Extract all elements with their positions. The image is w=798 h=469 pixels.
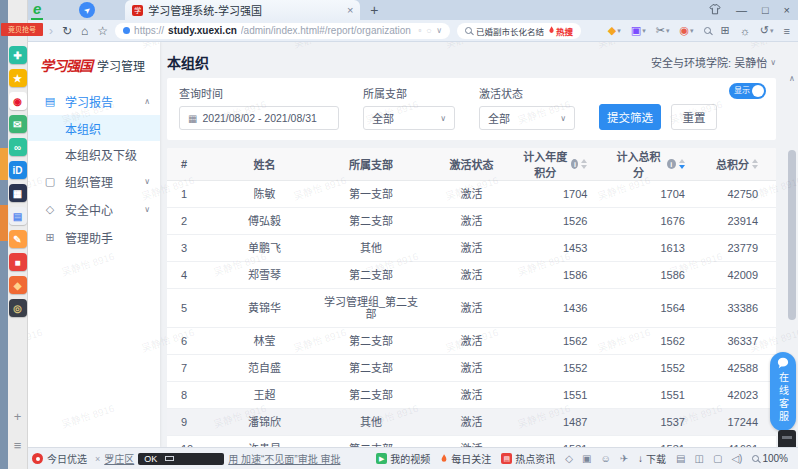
download-label: 下载	[646, 451, 666, 466]
scrollbar-thumb[interactable]	[788, 150, 796, 320]
notes-app-icon[interactable]: ▤	[9, 207, 27, 225]
hot-news-button[interactable]: ▤ 热点资讯	[501, 451, 555, 466]
favorites-star-icon[interactable]: ★	[9, 69, 27, 87]
sticker-icon[interactable]: ☺	[600, 453, 610, 464]
sidebar-item-org-and-sub[interactable]: 本组织及下级	[28, 141, 160, 167]
news-ticker[interactable]: × 罗庄区 OK 用 加速“不见面”审批 审批	[95, 451, 340, 466]
table-cell: 10	[167, 436, 216, 448]
sort-carets-icon[interactable]	[581, 159, 587, 169]
popup-window-icon[interactable]: ▢	[713, 453, 722, 464]
menu-icon[interactable]: ≡	[784, 25, 790, 37]
shield-icon[interactable]: ◇	[565, 453, 573, 464]
refresh-icon[interactable]: ↻	[62, 25, 72, 37]
column-header[interactable]: 计入总积分i	[605, 148, 702, 181]
bookmark-star-icon[interactable]: ☆	[97, 25, 108, 37]
today-pick-label: 今日优选	[47, 451, 87, 466]
dock-list-icon[interactable]: ≡	[14, 438, 22, 453]
browser-search-box[interactable]: 已婚副市长化名结婚 热搜	[457, 23, 581, 39]
submit-filter-button[interactable]: 提交筛选	[599, 104, 661, 130]
sidebar-item-this-org[interactable]: 本组织	[28, 115, 160, 141]
reader-app-icon[interactable]: ■	[9, 253, 27, 271]
search-icon	[465, 27, 472, 34]
extensions-icon[interactable]: ▣▾	[631, 24, 646, 37]
reader-mode-icon[interactable]: ▫	[419, 26, 422, 35]
display-toggle[interactable]: 显示	[729, 83, 766, 99]
search-page-icon[interactable]	[704, 27, 711, 34]
sidebar-item-study-report[interactable]: ▤ 学习报告 ∧	[28, 87, 160, 115]
url-dropdown-icon[interactable]: ∨	[436, 26, 442, 35]
ticker-prefix[interactable]: 罗庄区	[104, 451, 134, 466]
ticker-suffix[interactable]: 用 加速“不见面”审批 审批	[228, 451, 340, 466]
site-info-icon[interactable]	[123, 27, 130, 34]
screenshot-scissors-icon[interactable]: ✂▾	[656, 24, 670, 37]
info-icon[interactable]: i	[571, 159, 578, 169]
overlay-widget[interactable]	[778, 430, 796, 447]
health-app-icon[interactable]: ✚	[9, 46, 27, 64]
home-icon[interactable]: ⌂	[81, 25, 88, 37]
ok-overlay[interactable]: OK	[138, 453, 224, 465]
dismiss-icon[interactable]: ×	[95, 454, 100, 464]
hot-search-tag[interactable]: 热搜	[548, 25, 573, 37]
speaker-icon[interactable]: ◁)	[731, 453, 742, 464]
tab-close-icon[interactable]: ×	[347, 4, 353, 16]
boost-icon[interactable]: ✈	[620, 453, 628, 464]
docs-app-icon[interactable]: ✎	[9, 230, 27, 248]
dock-add-icon[interactable]: +	[14, 409, 22, 424]
zoom-control[interactable]: 100%	[752, 453, 788, 464]
mail-icon[interactable]: ✉	[9, 115, 27, 133]
my-videos-label: 我的视频	[390, 451, 430, 466]
online-service-button[interactable]: 在线客服	[770, 352, 796, 431]
shooter-game-app-icon[interactable]: ◎	[9, 299, 27, 317]
activation-select[interactable]: 全部 ∨	[479, 106, 575, 130]
my-videos-button[interactable]: ▶ 我的视频	[376, 451, 430, 466]
table-row: 1陈敏第一支部激活1704170442750	[167, 181, 776, 208]
column-header[interactable]: 总积分	[703, 148, 776, 181]
url-bar[interactable]: https://study.xuexi.cn/admin/index.html#…	[115, 23, 450, 39]
table-cell: 1551	[605, 382, 702, 409]
daily-follow-button[interactable]: 每日关注	[440, 451, 491, 466]
today-pick-link[interactable]: 今日优选	[32, 451, 87, 466]
column-header[interactable]: 计入年度积分i	[514, 148, 605, 181]
branch-select[interactable]: 全部 ∨	[363, 106, 455, 130]
history-undo-icon[interactable]: ↺▾	[760, 24, 774, 37]
apps-grid-icon[interactable]: ⊞	[721, 24, 730, 37]
minimize-button[interactable]: —	[736, 5, 747, 16]
browser-logo-icon[interactable]: e	[31, 0, 43, 20]
table-cell: 激活	[429, 355, 514, 382]
cloud-app-icon[interactable]: ∞	[9, 138, 27, 156]
scroll-up-icon[interactable]: ∧	[786, 74, 798, 83]
site-app-icon[interactable]: ◌	[426, 26, 431, 35]
window-controls: — □ ×	[709, 4, 790, 17]
table-cell: 41691	[703, 436, 776, 448]
sort-carets-icon[interactable]	[752, 159, 758, 169]
sidebar-item-admin-assistant[interactable]: ⊞ 管理助手	[28, 223, 160, 251]
printer-icon[interactable]: ▤	[676, 453, 685, 464]
url-domain: study.xuexi.cn	[168, 25, 237, 36]
sidebar-item-security-center[interactable]: ◇ 安全中心 ∨	[28, 195, 160, 223]
reset-button[interactable]: 重置	[671, 104, 717, 130]
game-app-icon[interactable]: ◆	[9, 276, 27, 294]
sort-carets-icon[interactable]	[679, 159, 685, 169]
gamepad-icon[interactable]: ◉▾	[679, 24, 693, 37]
download-button[interactable]: ↓ 下载	[638, 451, 666, 466]
id-app-icon[interactable]: iD	[9, 161, 27, 179]
table-cell: 1586	[605, 262, 702, 289]
security-shield-icon[interactable]: ◆▾	[608, 24, 621, 37]
promo-badge[interactable]: 竞贝抢号	[1, 23, 43, 36]
grid-app-icon[interactable]: ▦	[9, 184, 27, 202]
maximize-button[interactable]: □	[762, 5, 769, 16]
browser-skin-icon[interactable]	[709, 4, 721, 17]
split-view-icon[interactable]: ◫	[694, 453, 703, 464]
sidebar-item-org-management[interactable]: ▢ 组织管理 ∨	[28, 167, 160, 195]
account-menu[interactable]: 安全与环境学院: 吴静怡 ∨	[651, 54, 776, 70]
gallery-icon[interactable]: ▣	[582, 453, 591, 464]
browser-tab[interactable]: 学 学习管理系统-学习强国 ×	[125, 0, 360, 20]
brightness-icon[interactable]: ☼	[740, 25, 750, 37]
new-tab-button[interactable]: +	[370, 3, 378, 17]
forward-icon[interactable]: ›	[49, 25, 53, 37]
date-range-input[interactable]: ▦ 2021/08/02 - 2021/08/31	[179, 106, 339, 130]
pinned-tab-icon[interactable]: ➤	[79, 2, 95, 18]
weibo-icon[interactable]: ◉	[9, 92, 27, 110]
close-button[interactable]: ×	[784, 5, 790, 16]
info-icon[interactable]: i	[667, 159, 676, 169]
